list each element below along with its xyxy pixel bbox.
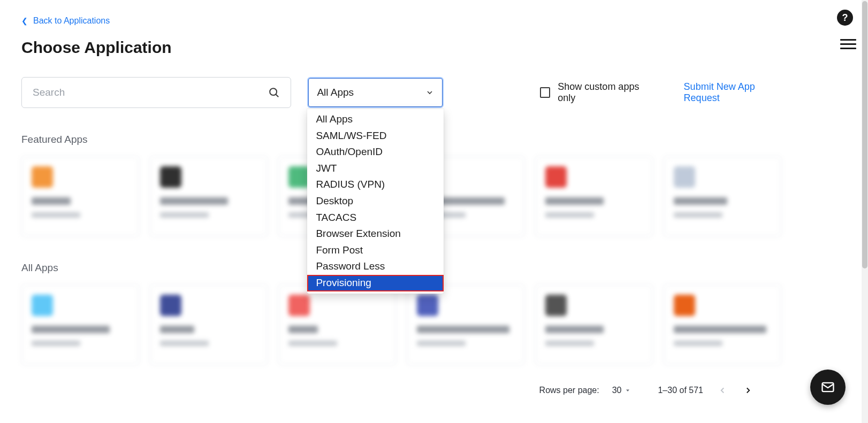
filter-options-list: All AppsSAML/WS-FEDOAuth/OpenIDJWTRADIUS… <box>307 109 444 294</box>
filter-dropdown: All Apps All AppsSAML/WS-FEDOAuth/OpenID… <box>307 77 444 108</box>
page-title: Choose Application <box>21 39 787 57</box>
checkbox-label: Show custom apps only <box>558 81 652 104</box>
hamburger-menu[interactable] <box>840 36 856 52</box>
svg-line-1 <box>276 95 279 97</box>
app-card[interactable] <box>150 284 268 365</box>
search-input[interactable] <box>33 87 268 98</box>
pagination: Rows per page: 30 1–30 of 571 <box>21 384 787 397</box>
filter-option[interactable]: Password Less <box>307 258 444 275</box>
chevron-left-icon: ❮ <box>21 17 28 25</box>
back-link[interactable]: ❮ Back to Applications <box>21 16 110 26</box>
scrollbar-thumb[interactable] <box>862 1 867 268</box>
app-card[interactable] <box>150 156 268 236</box>
chevron-down-icon <box>425 88 434 97</box>
checkbox-icon <box>540 87 550 98</box>
help-button[interactable]: ? <box>837 10 853 26</box>
app-card[interactable] <box>407 284 524 365</box>
filter-option[interactable]: All Apps <box>307 111 444 128</box>
search-box[interactable] <box>21 77 291 108</box>
app-card[interactable] <box>278 284 396 365</box>
filter-option[interactable]: Desktop <box>307 193 444 210</box>
app-card[interactable] <box>21 284 139 365</box>
hamburger-icon <box>840 39 856 41</box>
filter-option[interactable]: JWT <box>307 160 444 177</box>
app-card[interactable] <box>664 156 781 236</box>
app-card[interactable] <box>535 284 653 365</box>
svg-marker-2 <box>626 390 629 392</box>
chevron-left-icon <box>718 386 727 395</box>
feedback-button[interactable] <box>810 370 846 405</box>
filter-option[interactable]: Provisioning <box>307 275 444 291</box>
filter-option[interactable]: SAML/WS-FED <box>307 128 444 144</box>
question-icon: ? <box>842 12 848 24</box>
search-icon <box>268 87 280 98</box>
all-apps-row <box>21 284 787 365</box>
filter-option[interactable]: OAuth/OpenID <box>307 144 444 160</box>
caret-down-icon <box>625 387 631 394</box>
app-card[interactable] <box>535 156 653 236</box>
filter-trigger[interactable]: All Apps <box>307 77 444 108</box>
filter-option[interactable]: Form Post <box>307 242 444 259</box>
rows-per-page-select[interactable]: 30 <box>612 386 631 395</box>
mail-icon <box>820 380 835 395</box>
next-page-button[interactable] <box>742 384 755 397</box>
scrollbar[interactable] <box>862 0 868 423</box>
chevron-right-icon <box>743 386 753 395</box>
filter-option[interactable]: TACACS <box>307 210 444 226</box>
page-range: 1–30 of 571 <box>658 386 703 395</box>
filter-option[interactable]: Browser Extension <box>307 226 444 242</box>
prev-page-button[interactable] <box>716 384 729 397</box>
app-card[interactable] <box>21 156 139 236</box>
custom-apps-checkbox[interactable]: Show custom apps only <box>540 81 652 104</box>
app-card[interactable] <box>664 284 781 365</box>
rows-per-page-label: Rows per page: <box>539 386 599 395</box>
rows-value: 30 <box>612 386 622 395</box>
back-link-text: Back to Applications <box>33 16 110 26</box>
controls-row: All Apps All AppsSAML/WS-FEDOAuth/OpenID… <box>21 77 787 108</box>
filter-selected-label: All Apps <box>317 87 354 98</box>
filter-option[interactable]: RADIUS (VPN) <box>307 176 444 193</box>
svg-point-0 <box>270 88 277 95</box>
submit-app-request-link[interactable]: Submit New App Request <box>684 81 787 104</box>
